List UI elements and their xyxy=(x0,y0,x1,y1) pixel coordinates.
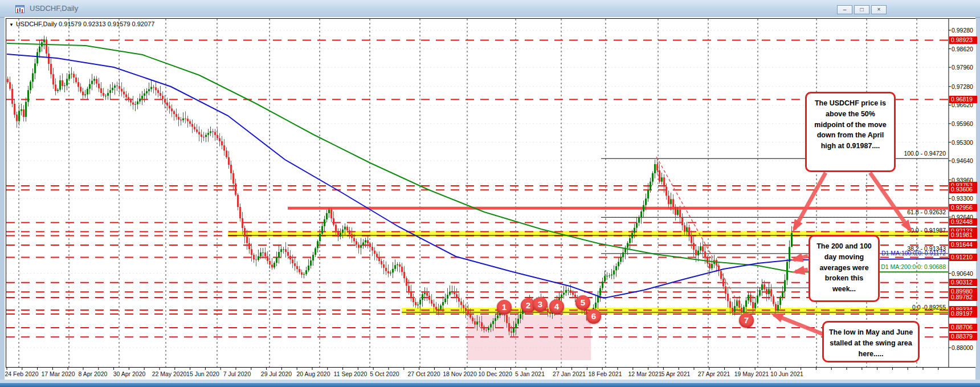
collapse-arrow-icon[interactable]: ▼ xyxy=(9,22,14,27)
application-window: USDCHF,Daily – □ × ▼USDCHF,Daily 0.91579… xyxy=(0,0,980,387)
chart-canvas[interactable] xyxy=(0,0,980,387)
yellow-swing-band xyxy=(402,308,948,314)
symbol-ohlc-header[interactable]: ▼USDCHF,Daily 0.91579 0.92313 0.91579 0.… xyxy=(9,21,154,27)
ohlc-text: USDCHF,Daily 0.91579 0.92313 0.91579 0.9… xyxy=(16,21,154,27)
pink-consolidation-zone xyxy=(467,315,591,360)
